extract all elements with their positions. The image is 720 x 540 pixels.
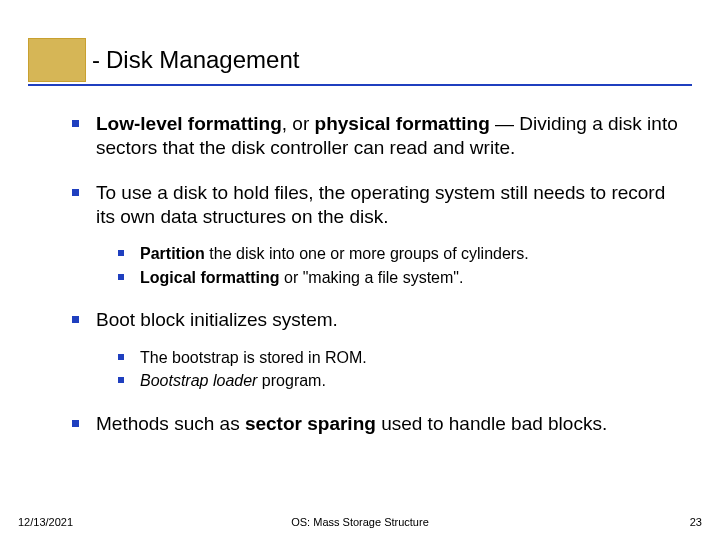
sub-bullet-list: The bootstrap is stored in ROM. Bootstra…	[96, 347, 678, 392]
sub-bullet-item: Logical formatting or "making a file sys…	[114, 267, 678, 289]
slide-content: Low-level formatting, or physical format…	[68, 112, 678, 456]
page-number: 23	[690, 516, 702, 528]
text: , or	[282, 113, 315, 134]
term-italic: Bootstrap loader	[140, 372, 257, 389]
footer-title: OS: Mass Storage Structure	[0, 516, 720, 528]
page-title: Disk Management	[106, 46, 299, 74]
text: used to handle bad blocks.	[376, 413, 607, 434]
sub-bullet-item: Partition the disk into one or more grou…	[114, 243, 678, 265]
sub-bullet-item: Bootstrap loader program.	[114, 370, 678, 392]
bullet-list: Low-level formatting, or physical format…	[68, 112, 678, 436]
title-underline	[28, 84, 692, 86]
title-dash: -	[92, 46, 100, 74]
sub-bullet-list: Partition the disk into one or more grou…	[96, 243, 678, 288]
title-block: - Disk Management	[0, 38, 299, 82]
term-bold: physical formatting	[315, 113, 490, 134]
text: or "making a file system".	[280, 269, 464, 286]
text: Methods such as	[96, 413, 245, 434]
text: program.	[257, 372, 325, 389]
term-bold: Low-level formatting	[96, 113, 282, 134]
gold-accent-box	[28, 38, 86, 82]
text: The bootstrap is stored in ROM.	[140, 349, 367, 366]
bullet-item: Boot block initializes system. The boots…	[68, 308, 678, 392]
term-bold: Partition	[140, 245, 205, 262]
slide: { "header": { "dash": "-", "title": "Dis…	[0, 0, 720, 540]
bullet-item: Methods such as sector sparing used to h…	[68, 412, 678, 436]
term-bold: Logical formatting	[140, 269, 280, 286]
term-bold: sector sparing	[245, 413, 376, 434]
bullet-item: Low-level formatting, or physical format…	[68, 112, 678, 161]
text: Boot block initializes system.	[96, 309, 338, 330]
sub-bullet-item: The bootstrap is stored in ROM.	[114, 347, 678, 369]
bullet-item: To use a disk to hold files, the operati…	[68, 181, 678, 289]
text: To use a disk to hold files, the operati…	[96, 182, 665, 227]
text: the disk into one or more groups of cyli…	[205, 245, 529, 262]
